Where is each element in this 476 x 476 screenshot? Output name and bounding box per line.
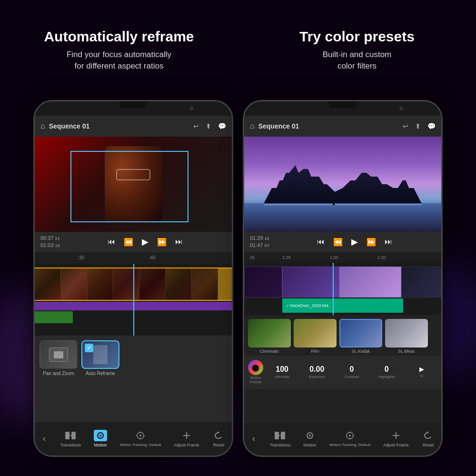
video-preview-2 (244, 137, 441, 232)
reset-icon-2 (421, 430, 435, 441)
built-in-presets[interactable]: ⬤ Built-inPresets (248, 360, 263, 384)
nav-motion-tracking-2[interactable]: Motion Tracking: Default (329, 430, 370, 447)
svg-rect-14 (275, 432, 279, 439)
nav-adjust-2[interactable]: Adjust Frame (383, 430, 409, 447)
home-icon-1[interactable]: ⌂ (40, 122, 45, 130)
adj-highlights[interactable]: 0 Highlights (371, 365, 403, 379)
vt2-mid (282, 267, 339, 298)
motion-label-2: Motion (304, 443, 317, 447)
share-icon-2[interactable]: ⬆ (415, 122, 421, 130)
timeline-controls-2: 01:29 16 01:47 07 ⏮ ⏪ ▶ ⏩ ⏭ (244, 232, 441, 252)
ruler-mark-30: :30 (78, 255, 84, 260)
preset-auto-reframe[interactable]: ✓ Auto Reframe (81, 340, 119, 376)
nav-adjust-1[interactable]: Adjust Frame (174, 430, 199, 447)
film-thumb (294, 319, 337, 347)
reset-icon-1 (212, 430, 225, 441)
nav-back-2[interactable]: ‹ (244, 434, 263, 444)
bottom-nav-2: ‹ Transitions Motion (244, 421, 441, 456)
preset-pan-zoom[interactable]: Pan and Zoom (40, 340, 78, 376)
svg-rect-15 (281, 432, 285, 439)
chat-icon-1[interactable]: 💬 (218, 122, 226, 130)
adj-contrast-label: Contrast (345, 375, 359, 379)
preset-cinematic[interactable]: Cinematic (248, 319, 291, 354)
reframe-box (70, 151, 188, 222)
bleach-label: SL Bleac (398, 349, 415, 354)
track-thumb-1 (35, 268, 61, 300)
preset-film[interactable]: Film (294, 319, 337, 354)
timecode-1a: 00:37 21 (40, 235, 60, 242)
adj-contrast[interactable]: 0 Contrast (336, 365, 367, 379)
adj-intensity[interactable]: 100 Intensity (266, 365, 298, 379)
playhead-2 (333, 263, 334, 315)
film-label: Film (311, 349, 319, 354)
step-back-btn-1[interactable]: ⏪ (124, 238, 133, 247)
svg-rect-1 (71, 432, 76, 439)
vt2-dark (244, 267, 282, 298)
nav-motion-tracking-1[interactable]: Motion Tracking: Default (120, 430, 161, 447)
play-btn-2[interactable]: ▶ (351, 237, 358, 247)
preset-sl-bleach[interactable]: SL Bleac (385, 319, 428, 354)
nav-reset-2[interactable]: Reset (421, 430, 435, 447)
step-back-btn-2[interactable]: ⏪ (333, 238, 343, 247)
time-info-1: 00:37 21 01:03 15 (40, 235, 60, 249)
adj-intensity-label: Intensity (275, 375, 289, 379)
adjust-label-2: Adjust Frame (383, 443, 409, 447)
skip-start-btn-1[interactable]: ⏮ (108, 238, 115, 246)
adjust-icon-1 (180, 430, 193, 441)
motion-tracking-icon-2 (343, 430, 357, 441)
transitions-icon-1 (64, 430, 77, 441)
phone-1: ⌂ Sequence 01 ↩ ⬆ 💬 (33, 100, 233, 457)
step-fwd-btn-1[interactable]: ⏩ (157, 238, 167, 247)
timeline-ruler-2: 26 1:28 1:30 1:32 (244, 252, 441, 263)
share-icon-1[interactable]: ⬆ (206, 122, 211, 130)
track-thumb-5 (139, 268, 166, 300)
motion-label-1: Motion (94, 443, 107, 447)
auto-reframe-label: Auto Reframe (86, 371, 115, 376)
phone-1-app-content: ⌂ Sequence 01 ↩ ⬆ 💬 (35, 116, 232, 456)
phones-section: ⌂ Sequence 01 ↩ ⬆ 💬 (0, 100, 476, 476)
color-presets-row: Cinematic Film SL Kodak SL Bleac (244, 315, 441, 356)
play-btn-1[interactable]: ▶ (142, 237, 149, 247)
step-fwd-btn-2[interactable]: ⏩ (367, 238, 376, 247)
voiceover-label: ♪ VoiceOver_2020-Ma (286, 303, 328, 308)
timeline-controls-1: 00:37 21 01:03 15 ⏮ ⏪ ▶ ⏩ ⏭ (35, 232, 232, 252)
adj-exposure-value: 0.00 (309, 365, 324, 374)
adj-exposure[interactable]: 0.00 Exposure (301, 365, 333, 379)
ruler-128: 1:28 (282, 255, 291, 260)
nav-transitions-2[interactable]: Transitions (269, 430, 290, 447)
header-left: Automatically reframe Find your focus au… (0, 0, 238, 100)
auto-reframe-thumb: ✓ (81, 340, 119, 369)
kodak-thumb (339, 319, 382, 347)
adj-si[interactable]: ▶ Si (406, 366, 437, 378)
water-reflection (244, 203, 441, 232)
adj-contrast-value: 0 (350, 365, 354, 374)
nav-reset-1[interactable]: Reset (212, 430, 225, 447)
phone-2: ⌂ Sequence 01 ↩ ⬆ 💬 (243, 100, 443, 457)
nav-back-1[interactable]: ‹ (35, 434, 54, 444)
motion-tracking-label-2: Motion Tracking: Default (329, 443, 370, 447)
sequence-title-2: Sequence 01 (258, 122, 399, 130)
auto-reframe-checkbox: ✓ (85, 344, 93, 352)
motion-tracking-label-1: Motion Tracking: Default (120, 443, 161, 447)
adj-highlights-value: 0 (385, 365, 389, 374)
nav-motion-2[interactable]: Motion (303, 430, 317, 447)
chat-icon-2[interactable]: 💬 (427, 122, 436, 130)
skip-start-btn-2[interactable]: ⏮ (317, 238, 325, 246)
nav-transitions-1[interactable]: Transitions (60, 430, 81, 447)
phone-2-camera (399, 107, 403, 110)
voiceover-track: ♪ VoiceOver_2020-Ma (282, 298, 403, 313)
city-skyline (244, 137, 441, 232)
header-right-subtitle: Built-in and customcolor filters (323, 49, 392, 72)
playback-controls-1: ⏮ ⏪ ▶ ⏩ ⏭ (65, 237, 226, 247)
skip-end-btn-1[interactable]: ⏭ (175, 238, 183, 246)
timeline-tracks-2: ♪ VoiceOver_2020-Ma (244, 263, 441, 315)
undo-icon-1[interactable]: ↩ (193, 122, 199, 130)
header-icons-1: ↩ ⬆ 💬 (193, 122, 226, 130)
undo-icon-2[interactable]: ↩ (403, 122, 408, 130)
home-icon-2[interactable]: ⌂ (250, 122, 255, 130)
preset-sl-kodak[interactable]: SL Kodak (339, 319, 382, 354)
skyline-buildings (264, 165, 421, 203)
nav-motion-1[interactable]: Motion (94, 430, 107, 447)
skip-end-btn-2[interactable]: ⏭ (385, 238, 392, 246)
svg-point-4 (99, 435, 101, 436)
